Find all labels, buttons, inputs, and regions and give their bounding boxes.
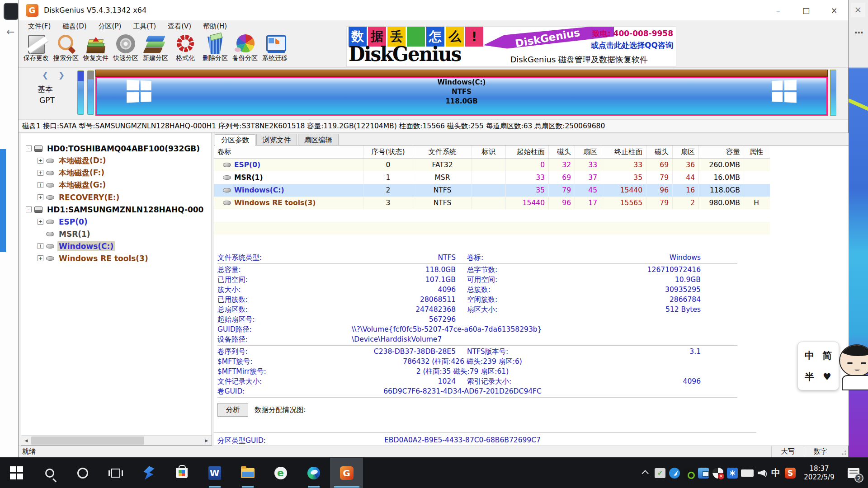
nvidia-icon[interactable] xyxy=(684,468,694,478)
column-header[interactable]: 起始柱面 xyxy=(505,145,548,158)
taskbar-start-button[interactable] xyxy=(0,458,33,488)
expand-icon[interactable]: + xyxy=(38,194,43,200)
background-window-icon[interactable] xyxy=(4,3,19,20)
column-header[interactable]: 标识 xyxy=(472,145,505,158)
taskbar-browser-360-button[interactable] xyxy=(264,458,297,488)
column-header[interactable]: 文件系统 xyxy=(413,145,472,158)
expand-icon[interactable]: + xyxy=(38,255,43,261)
table-row[interactable]: MSR(1)1MSR33693735794416.0MB xyxy=(214,171,770,184)
expand-icon[interactable]: + xyxy=(38,243,43,249)
background-close-icon[interactable]: × xyxy=(851,3,865,17)
volume-icon[interactable] xyxy=(754,467,769,479)
tree-item[interactable]: +Windows RE tools(3) xyxy=(21,252,212,264)
windows-partition-bar[interactable]: Windows(C:) NTFS 118.0GB xyxy=(95,70,828,116)
msr-partition-bar[interactable] xyxy=(87,70,94,115)
toolbar-button-quick-partition[interactable]: 快速分区 xyxy=(111,33,141,67)
collapse-icon[interactable]: - xyxy=(26,206,32,212)
tree-item[interactable]: +ESP(0) xyxy=(21,216,212,228)
banner-qq-link[interactable]: 或点击此处选择QQ咨询 xyxy=(591,40,673,51)
intel-graphics-icon[interactable] xyxy=(698,468,709,479)
collapse-icon[interactable]: - xyxy=(26,145,32,151)
expand-icon[interactable]: + xyxy=(38,182,43,188)
tab[interactable]: 扇区编辑 xyxy=(298,134,339,145)
taskbar-cortana-button[interactable] xyxy=(66,458,99,488)
taskbar-thunder-button[interactable] xyxy=(132,458,165,488)
ime-panel-item[interactable]: 中 xyxy=(805,349,814,362)
column-header[interactable]: 扇区 xyxy=(575,145,601,158)
back-arrow-icon[interactable]: ← xyxy=(6,26,14,38)
table-row[interactable]: Windows RE tools(3)3NTFS1544096171556579… xyxy=(214,197,770,209)
tree-item[interactable]: -HD1:SAMSUNGMZNLN128HAHQ-000 xyxy=(21,203,212,216)
table-row[interactable]: Windows(C:)2NTFS357945154409616118.0GB xyxy=(214,184,770,197)
tab[interactable]: 浏览文件 xyxy=(256,134,297,145)
tree-item[interactable]: -HD0:TOSHIBAMQ04ABF100(932GB) xyxy=(21,142,212,155)
scroll-left-icon[interactable]: ◀ xyxy=(21,436,31,446)
column-header[interactable]: 卷标 xyxy=(214,145,363,158)
column-header[interactable]: 终止柱面 xyxy=(601,145,646,158)
tree-item[interactable]: +Windows(C:) xyxy=(21,240,212,252)
ad-banner[interactable]: 数据丢怎么! DiskGenius DiskGenius 致电: 400-008… xyxy=(346,26,676,67)
tree-item[interactable]: MSR(1) xyxy=(21,228,212,240)
background-more-icon[interactable]: ⋯ xyxy=(854,27,863,38)
menu-item[interactable]: 工具(T) xyxy=(127,22,162,31)
toolbar-button-search-partition[interactable]: 搜索分区 xyxy=(51,33,81,67)
taskbar-task-view-button[interactable] xyxy=(99,458,132,488)
toolbar-button-system-migration[interactable]: 系统迁移 xyxy=(260,33,290,67)
tree-item[interactable]: +RECOVERY(E:) xyxy=(21,191,212,203)
ime-zh-icon[interactable]: 中 xyxy=(769,467,783,479)
menu-item[interactable]: 分区(P) xyxy=(93,22,127,31)
taskbar-edge-button[interactable] xyxy=(297,458,330,488)
tree-item[interactable]: +本地磁盘(D:) xyxy=(21,155,212,167)
tree-horizontal-scrollbar[interactable]: ◀ ▶ xyxy=(21,435,212,445)
toolbar-button-new-partition[interactable]: 新建分区 xyxy=(141,33,170,67)
column-header[interactable]: 扇区 xyxy=(672,145,698,158)
table-row[interactable]: ESP(0)0FAT3203233336936260.0MB xyxy=(214,159,770,171)
taskbar-file-explorer-button[interactable] xyxy=(231,458,264,488)
ime-panel-item[interactable]: 简 xyxy=(822,349,832,362)
green-check-icon[interactable] xyxy=(655,468,665,478)
tree-item[interactable]: +本地磁盘(F:) xyxy=(21,167,212,179)
bluebird-icon[interactable] xyxy=(669,468,680,479)
menu-item[interactable]: 文件(F) xyxy=(22,22,57,31)
tab[interactable]: 分区参数 xyxy=(215,134,255,145)
notification-center-button[interactable]: 2 xyxy=(841,458,866,488)
taskbar-word-button[interactable] xyxy=(198,458,231,488)
analyze-button[interactable]: 分析 xyxy=(217,403,248,417)
taskbar-clock[interactable]: 18:37 2022/5/9 xyxy=(797,465,841,482)
security-shield-icon[interactable] xyxy=(712,468,723,479)
toolbar-button-backup-partition[interactable]: 备份分区 xyxy=(230,33,260,67)
toolbar-button-format[interactable]: 格式化 xyxy=(170,33,200,67)
next-partition-sliver[interactable] xyxy=(830,70,836,116)
chevron-up-icon[interactable] xyxy=(638,467,653,479)
resize-grip[interactable] xyxy=(836,446,848,457)
expand-icon[interactable]: + xyxy=(38,158,43,164)
column-header[interactable]: 容量 xyxy=(698,145,744,158)
close-button[interactable]: × xyxy=(820,0,848,20)
disk-nav-arrows[interactable]: ❮ ❯ xyxy=(42,70,68,80)
battery-icon[interactable] xyxy=(740,467,754,479)
column-header[interactable]: 序号(状态) xyxy=(363,145,413,158)
ime-panel-item[interactable]: ♥ xyxy=(823,371,831,382)
expand-icon[interactable]: + xyxy=(38,219,43,225)
scrollbar-thumb[interactable] xyxy=(31,436,144,445)
esp-partition-bar[interactable] xyxy=(77,70,84,115)
ime-mascot[interactable] xyxy=(837,342,868,391)
taskbar-search-button[interactable] xyxy=(33,458,66,488)
ime-panel-item[interactable]: 半 xyxy=(805,371,814,383)
taskbar-store-button[interactable] xyxy=(165,458,198,488)
menu-item[interactable]: 磁盘(D) xyxy=(57,22,92,31)
expand-icon[interactable]: + xyxy=(38,170,43,176)
menu-item[interactable]: 帮助(H) xyxy=(197,22,233,31)
toolbar-button-save-changes[interactable]: 保存更改 xyxy=(21,33,51,67)
maximize-button[interactable]: □ xyxy=(792,0,820,20)
toolbar-button-recover-files[interactable]: 恢复文件 xyxy=(81,33,111,67)
taskbar-diskgenius-button[interactable] xyxy=(330,458,363,488)
column-header[interactable]: 磁头 xyxy=(646,145,672,158)
snowflake-icon[interactable] xyxy=(727,468,738,479)
tree-item[interactable]: +本地磁盘(G:) xyxy=(21,179,212,191)
minimize-button[interactable]: – xyxy=(764,0,792,20)
column-header[interactable]: 磁头 xyxy=(548,145,575,158)
menu-item[interactable]: 查看(V) xyxy=(162,22,197,31)
scroll-right-icon[interactable]: ▶ xyxy=(202,436,212,446)
toolbar-button-delete-partition[interactable]: 删除分区 xyxy=(200,33,230,67)
